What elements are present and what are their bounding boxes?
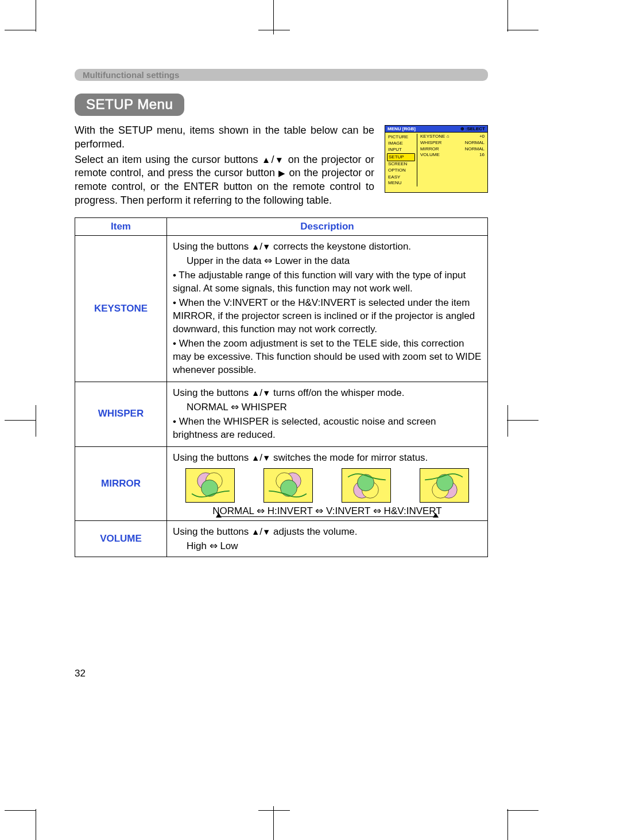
item-cell: MIRROR xyxy=(75,446,167,521)
intro-text: With the SETUP menu, items shown in the … xyxy=(75,124,374,209)
up-triangle-icon xyxy=(262,154,272,165)
osd-left-item: SETUP xyxy=(387,153,415,161)
desc-cell: Using the buttons / switches the mode fo… xyxy=(167,446,488,521)
osd-right-row: VOLUME16 xyxy=(419,152,486,158)
item-cell: WHISPER xyxy=(75,382,167,446)
down-triangle-icon xyxy=(262,526,270,537)
mirror-vinvert xyxy=(342,468,391,503)
osd-select-label: :SELECT xyxy=(466,126,485,131)
mirror-normal xyxy=(185,468,235,503)
col-item: Item xyxy=(75,217,167,236)
table-row: WHISPER Using the buttons / turns off/on… xyxy=(75,382,488,446)
intro-p1: With the SETUP menu, items shown in the … xyxy=(75,124,374,151)
mirror-hinvert xyxy=(264,468,313,503)
mirror-hvinvert xyxy=(420,468,469,503)
down-triangle-icon xyxy=(274,154,284,165)
double-arrow-icon xyxy=(264,255,272,266)
table-row: KEYSTONE Using the buttons / corrects th… xyxy=(75,236,488,382)
page-number: 32 xyxy=(75,668,86,679)
osd-screenshot: MENU [RGB] ⊕ :SELECT PICTUREIMAGEINPUTSE… xyxy=(385,125,488,193)
intro-p2: Select an item using the cursor buttons … xyxy=(75,153,374,208)
osd-right-row: KEYSTONE ⌂+0 xyxy=(419,134,486,140)
svg-point-11 xyxy=(436,474,453,491)
down-triangle-icon xyxy=(262,452,270,463)
desc-cell: Using the buttons / corrects the keyston… xyxy=(167,236,488,382)
mirror-graphic-row xyxy=(173,468,482,503)
osd-left-item: IMAGE xyxy=(387,140,415,146)
mirror-loop-arrow xyxy=(173,516,482,517)
col-desc: Description xyxy=(167,217,488,236)
down-triangle-icon xyxy=(262,241,270,252)
svg-point-2 xyxy=(202,480,218,496)
section-bar: Multifunctional settings xyxy=(75,69,488,81)
svg-point-8 xyxy=(358,474,374,491)
double-arrow-icon xyxy=(210,540,218,551)
item-cell: KEYSTONE xyxy=(75,236,167,382)
page-content: Multifunctional settings SETUP Menu With… xyxy=(75,69,488,557)
right-triangle-icon xyxy=(278,167,286,178)
osd-left-item: EASY MENU xyxy=(387,174,415,186)
select-icon: ⊕ xyxy=(460,126,464,131)
desc-cell: Using the buttons / turns off/on the whi… xyxy=(167,382,488,446)
page-title: SETUP Menu xyxy=(75,94,184,116)
up-triangle-icon xyxy=(251,526,259,537)
down-triangle-icon xyxy=(262,387,270,398)
osd-left-item: PICTURE xyxy=(387,134,415,140)
osd-left-item: INPUT xyxy=(387,147,415,153)
item-cell: VOLUME xyxy=(75,521,167,557)
up-triangle-icon xyxy=(251,241,259,252)
setup-table: Item Description KEYSTONE Using the butt… xyxy=(75,217,488,558)
osd-left-item: OPTION xyxy=(387,168,415,174)
table-row: VOLUME Using the buttons / adjusts the v… xyxy=(75,521,488,557)
up-triangle-icon xyxy=(251,387,259,398)
table-row: MIRROR Using the buttons / switches the … xyxy=(75,446,488,521)
double-arrow-icon xyxy=(231,402,239,413)
up-triangle-icon xyxy=(251,452,259,463)
osd-right-row: WHISPERNORMAL xyxy=(419,140,486,146)
desc-cell: Using the buttons / adjusts the volume. … xyxy=(167,521,488,557)
svg-point-5 xyxy=(280,480,297,496)
osd-left-item: SCREEN xyxy=(387,161,415,168)
osd-right-row: MIRRORNORMAL xyxy=(419,146,486,153)
osd-title: MENU [RGB] xyxy=(388,126,416,131)
